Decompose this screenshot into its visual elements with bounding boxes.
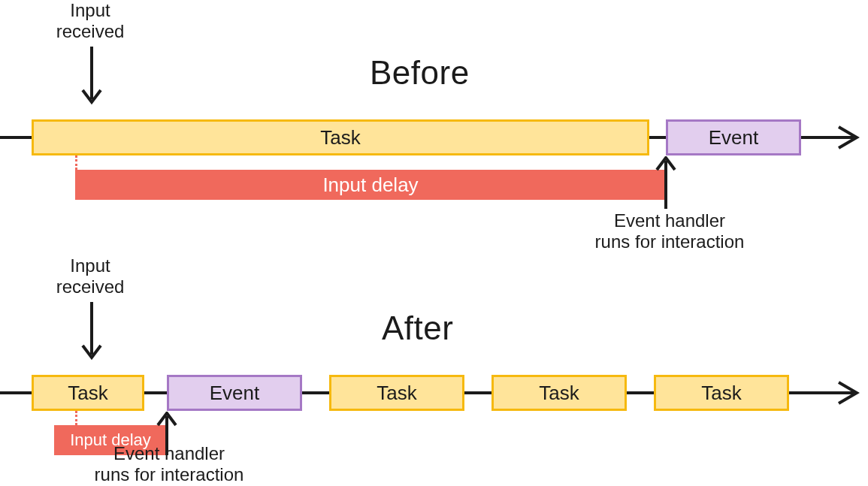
after-event-block: Event — [167, 375, 302, 411]
after-task-block-2: Task — [329, 375, 464, 411]
after-input-received-arrow — [81, 302, 102, 361]
before-event-handler-arrow — [655, 156, 676, 209]
after-dotted-connector — [75, 411, 77, 425]
before-event-block: Event — [666, 119, 801, 155]
before-input-received-arrow — [81, 47, 102, 105]
before-event-handler-label: Event handler runs for interaction — [583, 210, 756, 252]
before-task-block: Task — [32, 119, 649, 155]
after-task-block-1: Task — [32, 375, 144, 411]
after-input-received-label: Input received — [45, 255, 135, 297]
after-task-block-4: Task — [654, 375, 789, 411]
after-heading: After — [382, 309, 453, 347]
before-input-delay-bar: Input delay — [75, 170, 666, 200]
after-task-block-3: Task — [491, 375, 627, 411]
after-event-handler-label: Event handler runs for interaction — [83, 443, 256, 484]
before-input-received-label: Input received — [45, 0, 135, 41]
before-dotted-connector — [75, 155, 77, 170]
diagram-stage: Before Input received Task Event Input d… — [0, 0, 868, 486]
before-heading: Before — [370, 54, 470, 92]
